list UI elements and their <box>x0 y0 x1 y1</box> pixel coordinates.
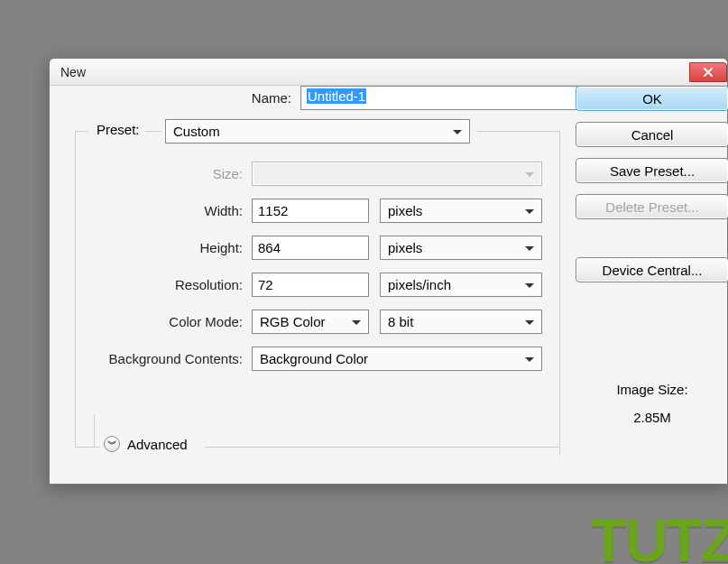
close-icon <box>703 67 714 78</box>
color-depth-value: 8 bit <box>388 314 413 329</box>
fieldset-border <box>94 447 100 448</box>
color-mode-dropdown[interactable]: RGB Color <box>252 310 369 334</box>
fieldset-border <box>75 447 95 448</box>
close-button[interactable] <box>689 62 727 82</box>
save-preset-button[interactable]: Save Preset... <box>576 158 728 183</box>
image-size-value: 2.85M <box>576 410 728 425</box>
cancel-button[interactable]: Cancel <box>576 122 728 147</box>
height-unit-value: pixels <box>388 240 422 255</box>
resolution-unit-dropdown[interactable]: pixels/inch <box>380 273 542 297</box>
cancel-button-label: Cancel <box>631 127 674 143</box>
color-depth-dropdown[interactable]: 8 bit <box>380 310 542 334</box>
delete-preset-button-label: Delete Preset... <box>605 199 698 215</box>
advanced-toggle[interactable]: ︾ <box>104 436 120 452</box>
chevron-down-icon <box>525 314 534 329</box>
name-input-value: Untitled-1 <box>307 88 366 104</box>
chevron-down-icon <box>525 351 534 366</box>
new-document-dialog: New Name: Untitled-1 Preset: Custom Size… <box>49 58 728 485</box>
preset-label: Preset: <box>91 122 145 137</box>
preset-value: Custom <box>173 124 220 139</box>
preset-dropdown[interactable]: Custom <box>165 119 470 143</box>
resolution-unit-value: pixels/inch <box>388 277 451 292</box>
height-input[interactable] <box>252 236 369 260</box>
image-size-label: Image Size: <box>576 382 728 397</box>
height-unit-dropdown[interactable]: pixels <box>380 236 542 260</box>
delete-preset-button: Delete Preset... <box>576 194 728 219</box>
color-mode-label: Color Mode: <box>50 314 252 329</box>
chevron-down-icon <box>525 240 534 255</box>
name-label: Name: <box>50 90 300 106</box>
background-contents-label: Background Contents: <box>50 351 252 366</box>
dialog-title: New <box>60 65 86 79</box>
size-dropdown <box>252 162 542 186</box>
fieldset-border <box>94 414 95 447</box>
watermark-logo: TUTZ <box>590 506 728 564</box>
dialog-titlebar: New <box>50 59 727 86</box>
color-mode-value: RGB Color <box>260 314 326 329</box>
name-input[interactable]: Untitled-1 <box>300 86 591 110</box>
device-central-button-label: Device Central... <box>603 263 703 278</box>
fieldset-border <box>205 447 559 448</box>
double-chevron-down-icon: ︾ <box>107 441 117 448</box>
resolution-input[interactable] <box>252 273 369 297</box>
chevron-down-icon <box>525 166 534 181</box>
background-contents-dropdown[interactable]: Background Color <box>252 347 542 371</box>
ok-button-label: OK <box>642 91 662 106</box>
resolution-label: Resolution: <box>50 277 252 292</box>
fieldset-border <box>143 131 161 132</box>
background-contents-value: Background Color <box>260 351 368 366</box>
device-central-button[interactable]: Device Central... <box>576 257 728 282</box>
fieldset-border <box>477 131 560 132</box>
size-label: Size: <box>50 166 252 181</box>
height-label: Height: <box>50 240 252 255</box>
width-input[interactable] <box>252 199 369 223</box>
save-preset-button-label: Save Preset... <box>610 163 695 179</box>
chevron-down-icon <box>525 203 534 218</box>
fieldset-border <box>75 131 88 132</box>
chevron-down-icon <box>525 277 534 292</box>
ok-button[interactable]: OK <box>576 86 728 111</box>
width-label: Width: <box>50 203 252 218</box>
width-unit-value: pixels <box>388 203 422 218</box>
chevron-down-icon <box>352 314 361 329</box>
width-unit-dropdown[interactable]: pixels <box>380 199 542 223</box>
advanced-label: Advanced <box>127 437 188 452</box>
chevron-down-icon <box>453 124 462 139</box>
